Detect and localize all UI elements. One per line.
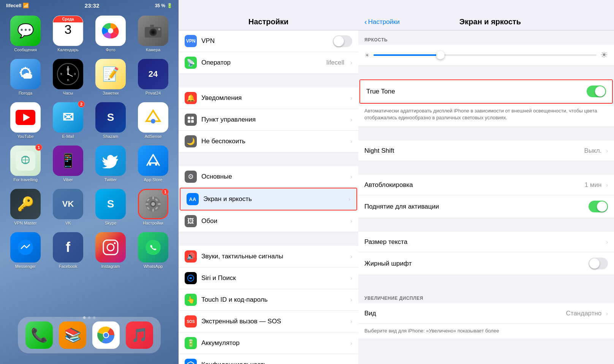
- settings-battery[interactable]: 🔋 Аккумулятор ›: [179, 332, 358, 354]
- night-shift-cell[interactable]: Night Shift Выкл. ›: [358, 141, 614, 161]
- app-travel[interactable]: 1 For travelling: [6, 146, 45, 182]
- settings-carrier[interactable]: 📡 Оператор lifecell ›: [179, 52, 358, 74]
- app-twitter[interactable]: Twitter: [91, 146, 130, 182]
- dock-books[interactable]: 📚: [59, 321, 86, 349]
- svg-rect-49: [188, 120, 190, 123]
- back-button[interactable]: ‹ Настройки: [364, 17, 400, 26]
- notifications-label: Уведомления: [201, 94, 344, 102]
- app-messenger[interactable]: Messenger: [6, 232, 45, 269]
- sos-icon: SOS: [185, 315, 197, 328]
- carrier-chevron: ›: [350, 60, 352, 66]
- status-bar-home: lifecell 📶 23:32 35 % 🔋: [0, 0, 179, 10]
- true-tone-cell[interactable]: True Tone: [360, 80, 612, 103]
- settings-dnd[interactable]: 🌙 Не беспокоить ›: [179, 131, 358, 152]
- bold-text-cell[interactable]: Жирный шрифт: [358, 252, 614, 275]
- dock-phone[interactable]: 📞: [25, 321, 53, 349]
- svg-rect-6: [150, 25, 154, 27]
- app-camera[interactable]: Камера: [134, 16, 172, 52]
- app-email[interactable]: ✉ 2 E-Mail: [49, 102, 87, 139]
- app-privat24[interactable]: 24 Privat24: [134, 59, 172, 95]
- app-photos[interactable]: Фото: [91, 16, 130, 52]
- touchid-icon: 👆: [185, 294, 197, 306]
- app-viber[interactable]: 📱 Viber: [49, 146, 87, 182]
- app-shazam[interactable]: S Shazam: [91, 102, 130, 139]
- settings-touchid[interactable]: 👆 Touch ID и код-пароль ›: [179, 289, 358, 311]
- svg-point-46: [104, 333, 108, 337]
- svg-point-29: [151, 202, 155, 206]
- settings-siri[interactable]: Siri и Поиск ›: [179, 267, 358, 289]
- wallpaper-icon: 🖼: [185, 215, 197, 227]
- display-chevron: ›: [348, 196, 350, 202]
- settings-privacy[interactable]: Конфиденциальность ›: [179, 354, 358, 364]
- text-size-cell[interactable]: Размер текста ›: [358, 232, 614, 252]
- settings-control[interactable]: Пункт управления ›: [179, 109, 358, 131]
- app-calendar[interactable]: Среда 3 Календарь: [49, 16, 87, 52]
- settings-display[interactable]: AA Экран и яркость ›: [180, 188, 356, 210]
- app-adsense[interactable]: AdSense: [134, 102, 172, 139]
- display-sep-3: [358, 161, 614, 175]
- battery-percent: 35 %: [155, 3, 165, 8]
- raise-to-wake-toggle[interactable]: [589, 201, 608, 212]
- sos-chevron: ›: [350, 318, 352, 324]
- settings-wallpaper[interactable]: 🖼 Обои ›: [179, 210, 358, 232]
- true-tone-toggle[interactable]: [587, 85, 606, 97]
- control-icon: [185, 114, 197, 126]
- view-cell[interactable]: Вид Стандартно ›: [358, 303, 614, 324]
- app-settings[interactable]: 1 Настройки: [134, 189, 172, 225]
- svg-point-19: [151, 119, 155, 123]
- svg-rect-31: [152, 209, 154, 212]
- display-page-title: Экран и яркость: [403, 17, 578, 26]
- settings-notifications[interactable]: 🔔 Уведомления ›: [179, 87, 358, 109]
- brightness-thumb: [436, 51, 445, 59]
- app-youtube[interactable]: YouTube: [6, 102, 45, 139]
- app-notes[interactable]: 📝 Заметки: [91, 59, 130, 95]
- privacy-chevron: ›: [350, 362, 352, 364]
- notifications-chevron: ›: [350, 95, 352, 101]
- autolock-cell[interactable]: Автоблокировка 1 мин ›: [358, 175, 614, 195]
- display-settings-list: ЯРКОСТЬ ☀ ☀ True Tone Автоматически адап…: [358, 30, 614, 364]
- display-cell-highlighted: AA Экран и яркость ›: [180, 188, 357, 210]
- display-icon: AA: [187, 193, 199, 205]
- brightness-high-icon: ☀: [600, 50, 608, 60]
- settings-vpn[interactable]: VPN VPN: [179, 30, 358, 52]
- bold-text-toggle[interactable]: [589, 258, 608, 269]
- vpn-toggle[interactable]: [333, 35, 352, 47]
- svg-rect-30: [152, 196, 154, 199]
- notifications-icon: 🔔: [185, 92, 197, 104]
- app-vk[interactable]: VK VK: [49, 189, 87, 225]
- wallpaper-label: Обои: [201, 217, 344, 225]
- app-whatsapp[interactable]: WhatsApp: [134, 232, 172, 269]
- touchid-chevron: ›: [350, 297, 352, 303]
- svg-text:9: 9: [60, 72, 62, 76]
- back-chevron-icon: ‹: [364, 17, 367, 26]
- view-value: Стандартно: [566, 310, 602, 317]
- app-facebook[interactable]: f Facebook: [49, 232, 87, 269]
- app-vpnmaster[interactable]: 🔑 VPN Master: [6, 189, 45, 225]
- app-instagram[interactable]: Instagram: [91, 232, 130, 269]
- app-skype[interactable]: S Skype: [91, 189, 130, 225]
- dock-music[interactable]: 🎵: [126, 321, 153, 349]
- settings-sos[interactable]: SOS Экстренный вызов — SOS ›: [179, 311, 358, 332]
- settings-general[interactable]: ⚙ Основные ›: [179, 166, 358, 188]
- control-label: Пункт управления: [201, 116, 344, 123]
- app-clock[interactable]: 12 3 6 9 Часы: [49, 59, 87, 95]
- app-weather[interactable]: 🌤 Погода: [6, 59, 45, 95]
- battery-chevron: ›: [350, 340, 352, 346]
- touchid-label: Touch ID и код-пароль: [201, 296, 344, 304]
- svg-point-5: [152, 31, 155, 34]
- app-messages[interactable]: 💬 Сообщения: [6, 16, 45, 52]
- display-sep-5: [358, 275, 614, 289]
- general-icon: ⚙: [185, 171, 197, 183]
- raise-to-wake-cell[interactable]: Поднятие для активации: [358, 195, 614, 218]
- status-bar-right: 35 % 🔋: [155, 3, 172, 8]
- svg-point-7: [158, 28, 160, 30]
- dock-chrome[interactable]: [92, 321, 120, 349]
- svg-rect-47: [188, 117, 190, 119]
- vpn-label: VPN: [201, 37, 328, 45]
- svg-rect-50: [191, 120, 194, 123]
- app-appstore[interactable]: App Store: [134, 146, 172, 182]
- brightness-slider[interactable]: [373, 54, 597, 56]
- settings-sounds[interactable]: 🔊 Звуки, тактильные сигналы ›: [179, 246, 358, 267]
- app-grid: 💬 Сообщения Среда 3 Календарь: [0, 10, 179, 274]
- dnd-icon: 🌙: [185, 135, 197, 147]
